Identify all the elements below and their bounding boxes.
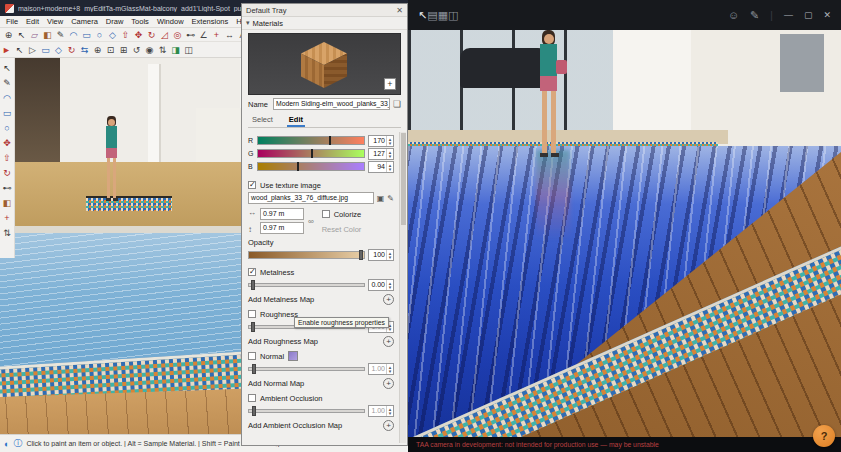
paint-bucket-icon[interactable]: ◧: [1, 195, 14, 210]
opacity-value[interactable]: 100: [369, 250, 386, 260]
previous-icon[interactable]: ↺: [130, 43, 143, 56]
circle-icon[interactable]: ○: [93, 28, 106, 41]
normal-value[interactable]: 1.00: [369, 364, 386, 374]
minimize-button[interactable]: —: [784, 10, 793, 20]
colorize-checkbox[interactable]: ✓: [322, 210, 330, 218]
maximize-button[interactable]: ▢: [804, 10, 813, 20]
slider-thumb[interactable]: [251, 280, 255, 290]
menu-item[interactable]: Window: [153, 17, 188, 26]
spinner[interactable]: ▴▾: [386, 406, 393, 416]
spin-down-icon[interactable]: ▾: [389, 167, 392, 171]
blue-value-input[interactable]: 94 ▴▾: [368, 161, 394, 173]
move-icon[interactable]: ✥: [1, 135, 14, 150]
ao-value[interactable]: 1.00: [369, 406, 386, 416]
tape-measure-icon[interactable]: ⊷: [184, 28, 197, 41]
select-icon[interactable]: ↖: [13, 43, 26, 56]
add-roughness-map-button[interactable]: +: [383, 336, 394, 347]
spinner[interactable]: ▴▾: [386, 162, 393, 172]
metalness-slider[interactable]: [248, 283, 365, 287]
slider-thumb[interactable]: [359, 250, 363, 260]
green-slider[interactable]: [257, 149, 365, 158]
spinner[interactable]: ▴▾: [386, 280, 393, 290]
menu-item[interactable]: Camera: [67, 17, 102, 26]
spinner[interactable]: ▴▾: [386, 364, 393, 374]
normal-value-input[interactable]: 1.00 ▴▾: [368, 363, 394, 375]
material-name-input[interactable]: Modern Siding-elm_wood_planks_33_76_1K: [273, 98, 390, 110]
circle-icon[interactable]: ○: [1, 120, 14, 135]
export-icon[interactable]: ◫: [448, 9, 458, 21]
slider-thumb[interactable]: [252, 364, 256, 374]
walk-icon[interactable]: ⇅: [1, 225, 14, 240]
spin-down-icon[interactable]: ▾: [389, 154, 392, 158]
browse-texture-icon[interactable]: ▣: [377, 194, 385, 203]
tape-measure-icon[interactable]: ⊷: [1, 180, 14, 195]
info-icon[interactable]: ⓘ: [13, 437, 22, 450]
edit-texture-icon[interactable]: ✎: [387, 194, 394, 203]
scrollbar-thumb[interactable]: [401, 133, 406, 225]
media-icon[interactable]: ▦: [438, 9, 448, 21]
opacity-slider[interactable]: [248, 251, 365, 259]
slider-marker[interactable]: [311, 149, 313, 158]
select-icon[interactable]: ↖: [1, 60, 14, 75]
ao-slider[interactable]: [248, 409, 365, 413]
slider-thumb[interactable]: [252, 406, 256, 416]
add-ao-map-button[interactable]: +: [383, 420, 394, 431]
paint-bucket-icon[interactable]: ◧: [41, 28, 54, 41]
secondary-pane-icon[interactable]: ❏: [393, 99, 401, 109]
geolocation-icon[interactable]: ◐: [4, 439, 9, 449]
axes-icon[interactable]: +: [1, 210, 14, 225]
rotate-icon[interactable]: ↻: [145, 28, 158, 41]
blue-slider[interactable]: [257, 162, 365, 171]
tab-select[interactable]: Select: [250, 114, 275, 127]
opacity-value-input[interactable]: 100 ▴▾: [368, 249, 394, 261]
zoom-extents-icon[interactable]: ⊞: [117, 43, 130, 56]
tab-edit[interactable]: Edit: [287, 114, 305, 127]
spin-down-icon[interactable]: ▾: [389, 285, 392, 289]
texture-file-input[interactable]: wood_planks_33_76_diffuse.jpg: [248, 192, 374, 204]
texture-width-input[interactable]: 0.97 m: [260, 208, 304, 220]
eraser-icon[interactable]: ▱: [28, 28, 41, 41]
line-icon[interactable]: ✎: [54, 28, 67, 41]
orbit-icon[interactable]: ↻: [65, 43, 78, 56]
render-viewport[interactable]: [408, 30, 841, 437]
axes-icon[interactable]: +: [210, 28, 223, 41]
help-fab-button[interactable]: ?: [813, 425, 835, 447]
create-material-button[interactable]: +: [384, 78, 396, 90]
polygon-icon[interactable]: ◇: [106, 28, 119, 41]
spin-down-icon[interactable]: ▾: [389, 327, 392, 331]
push-pull-icon[interactable]: ⇧: [1, 150, 14, 165]
green-value[interactable]: 127: [369, 149, 386, 159]
texture-height-input[interactable]: 0.97 m: [260, 222, 304, 234]
styles-icon[interactable]: ◫: [182, 43, 195, 56]
normal-map-swatch-icon[interactable]: [288, 351, 298, 361]
arc-icon[interactable]: ◠: [67, 28, 80, 41]
walk-icon[interactable]: ⇅: [156, 43, 169, 56]
scale-icon[interactable]: ◿: [158, 28, 171, 41]
push-pull-icon[interactable]: ⇧: [119, 28, 132, 41]
metalness-value[interactable]: 0.00: [369, 280, 386, 290]
red-value-input[interactable]: 170 ▴▾: [368, 135, 394, 147]
section-fill-icon[interactable]: ◨: [169, 43, 182, 56]
metalness-checkbox[interactable]: ✓: [248, 268, 256, 276]
rectangle-icon[interactable]: ▭: [1, 105, 14, 120]
use-texture-checkbox[interactable]: ✓: [248, 181, 256, 189]
slider-marker[interactable]: [297, 162, 299, 171]
account-icon[interactable]: ☺: [728, 9, 739, 21]
play-icon[interactable]: ▷: [26, 43, 39, 56]
ambient-occlusion-checkbox[interactable]: ✓: [248, 394, 256, 402]
red-slider[interactable]: [257, 136, 365, 145]
rectangle-icon[interactable]: ▭: [80, 28, 93, 41]
rotate-icon[interactable]: ↻: [1, 165, 14, 180]
zoom-icon[interactable]: ⊕: [91, 43, 104, 56]
pan-icon[interactable]: ⇆: [78, 43, 91, 56]
menu-item[interactable]: View: [43, 17, 67, 26]
move-icon[interactable]: ✥: [132, 28, 145, 41]
rectangle-tool-icon[interactable]: ▭: [39, 43, 52, 56]
dimension-icon[interactable]: ↔: [223, 28, 236, 41]
roughness-checkbox[interactable]: ✓: [248, 310, 256, 318]
scenes-icon[interactable]: ▤: [427, 9, 437, 21]
materials-section-header[interactable]: ▾ Materials: [242, 17, 407, 30]
reset-color-button[interactable]: Reset Color: [322, 225, 394, 234]
spin-down-icon[interactable]: ▾: [389, 255, 392, 259]
line-icon[interactable]: ✎: [1, 75, 14, 90]
